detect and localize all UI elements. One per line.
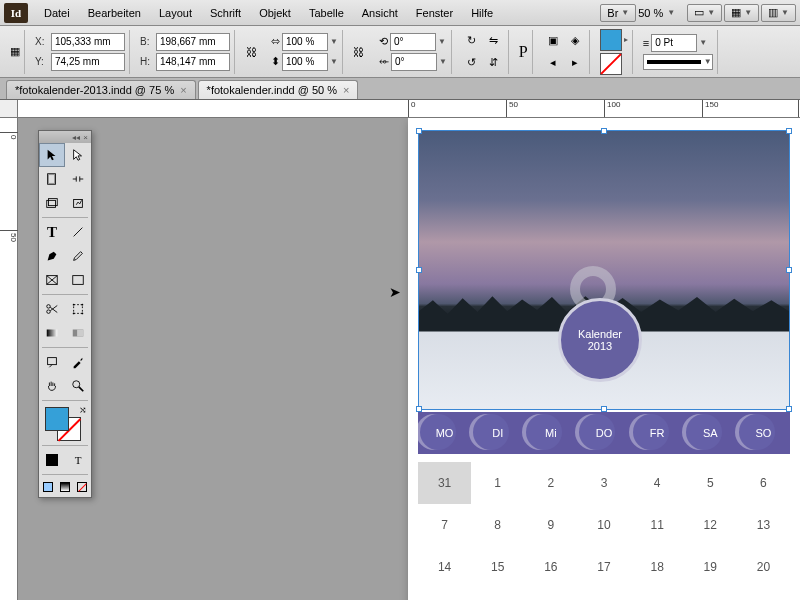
workspace-button[interactable]: ▥▼	[761, 4, 796, 22]
menu-fenster[interactable]: Fenster	[408, 4, 461, 22]
svg-line-5	[74, 228, 83, 237]
stroke-swatch[interactable]	[600, 53, 622, 75]
cal-cell: 14	[418, 546, 471, 588]
menu-bearbeiten[interactable]: Bearbeiten	[80, 4, 149, 22]
close-icon: ×	[83, 133, 88, 142]
constrain-wh-icon[interactable]: ⛓	[241, 42, 261, 62]
fill-swatch[interactable]	[600, 29, 622, 51]
eyedropper-tool[interactable]	[65, 350, 91, 374]
rectangle-frame-tool[interactable]	[39, 268, 65, 292]
rectangle-tool[interactable]	[65, 268, 91, 292]
scale-y-input[interactable]	[282, 53, 328, 71]
close-icon[interactable]: ×	[180, 84, 186, 96]
shear-input[interactable]	[391, 53, 437, 71]
ruler-vertical[interactable]: 0 50	[0, 118, 18, 600]
flip-h-icon[interactable]: ⇋	[484, 31, 504, 51]
menu-tabelle[interactable]: Tabelle	[301, 4, 352, 22]
formatting-text-icon[interactable]: T	[65, 448, 91, 472]
zoom-tool[interactable]	[65, 374, 91, 398]
cal-cell: 1	[471, 462, 524, 504]
arrange-button[interactable]: ▦▼	[724, 4, 759, 22]
svg-rect-9	[73, 276, 84, 285]
weekday-row: MO DI Mi DO FR SA SO	[418, 412, 790, 454]
page-tool[interactable]	[39, 167, 65, 191]
ruler-origin[interactable]	[0, 100, 18, 118]
hand-tool[interactable]	[39, 374, 65, 398]
cal-cell: 7	[418, 504, 471, 546]
rotate-ccw-icon[interactable]: ↺	[462, 53, 482, 73]
tab-1[interactable]: *fotokalender.indd @ 50 %×	[198, 80, 359, 99]
direct-selection-tool[interactable]	[65, 143, 91, 167]
menu-ansicht[interactable]: Ansicht	[354, 4, 406, 22]
content-placer-tool[interactable]	[65, 191, 91, 215]
gap-tool[interactable]	[65, 167, 91, 191]
flip-v-icon[interactable]: ⇵	[484, 53, 504, 73]
menu-schrift[interactable]: Schrift	[202, 4, 249, 22]
note-tool[interactable]	[39, 350, 65, 374]
apply-none-icon[interactable]	[74, 477, 91, 497]
preview-view-icon[interactable]	[56, 477, 73, 497]
svg-point-11	[47, 310, 51, 314]
gradient-feather-tool[interactable]	[65, 321, 91, 345]
pencil-tool[interactable]	[65, 244, 91, 268]
ref-point-icon[interactable]: ▦	[10, 45, 20, 58]
select-content-icon[interactable]: ◈	[565, 31, 585, 51]
constrain-scale-icon[interactable]: ⛓	[349, 42, 369, 62]
menu-objekt[interactable]: Objekt	[251, 4, 299, 22]
cal-cell: 16	[524, 546, 577, 588]
line-tool[interactable]	[65, 220, 91, 244]
swap-colors-icon[interactable]: ⤭	[79, 405, 87, 415]
shear-icon: ⬰	[379, 55, 389, 68]
cal-cell: 20	[737, 546, 790, 588]
char-panel-icon[interactable]: P	[519, 43, 528, 61]
day-so: SO	[737, 412, 790, 454]
normal-view-icon[interactable]	[39, 477, 56, 497]
scale-x-input[interactable]	[282, 33, 328, 51]
screen-mode-icon: ▭	[694, 6, 704, 19]
day-sa: SA	[684, 412, 737, 454]
content-collector-tool[interactable]	[39, 191, 65, 215]
h-input[interactable]	[156, 53, 230, 71]
pen-tool[interactable]	[39, 244, 65, 268]
tab-0[interactable]: *fotokalender-2013.indd @ 75 %×	[6, 80, 196, 99]
bridge-button[interactable]: Br▼	[600, 4, 636, 22]
stroke-style-select[interactable]: ▼	[643, 54, 713, 70]
free-transform-tool[interactable]	[65, 297, 91, 321]
menu-hilfe[interactable]: Hilfe	[463, 4, 501, 22]
fill-color[interactable]	[45, 407, 69, 431]
day-mo: MO	[418, 412, 471, 454]
close-icon[interactable]: ×	[343, 84, 349, 96]
prev-object-icon[interactable]: ◂	[543, 53, 563, 73]
stroke-weight-input[interactable]	[651, 34, 697, 52]
ruler-horizontal[interactable]: 0 50 100 150 200	[18, 100, 800, 118]
scissors-tool[interactable]	[39, 297, 65, 321]
cal-cell: 4	[631, 462, 684, 504]
x-input[interactable]	[51, 33, 125, 51]
apply-color-icon[interactable]	[39, 448, 65, 472]
gradient-swatch-tool[interactable]	[39, 321, 65, 345]
menu-datei[interactable]: Datei	[36, 4, 78, 22]
day-do: DO	[577, 412, 630, 454]
select-container-icon[interactable]: ▣	[543, 31, 563, 51]
rotate-cw-icon[interactable]: ↻	[462, 31, 482, 51]
cal-cell: 18	[631, 546, 684, 588]
menu-layout[interactable]: Layout	[151, 4, 200, 22]
menubar: Id Datei Bearbeiten Layout Schrift Objek…	[0, 0, 800, 26]
toolbox-header[interactable]: ◂◂×	[39, 131, 91, 143]
w-input[interactable]	[156, 33, 230, 51]
cal-cell: 3	[577, 462, 630, 504]
canvas[interactable]: Kalender 2013 MO DI Mi DO FR SA SO 31 1 …	[18, 118, 800, 600]
next-object-icon[interactable]: ▸	[565, 53, 585, 73]
type-tool[interactable]: T	[39, 220, 65, 244]
w-label: B:	[140, 36, 154, 47]
svg-point-10	[47, 305, 51, 309]
svg-rect-19	[77, 330, 83, 337]
y-label: Y:	[35, 56, 49, 67]
screen-mode-button[interactable]: ▭▼	[687, 4, 722, 22]
rotate-input[interactable]	[390, 33, 436, 51]
selection-tool[interactable]	[39, 143, 65, 167]
app-logo: Id	[4, 3, 28, 23]
y-input[interactable]	[51, 53, 125, 71]
zoom-select[interactable]: 50 %▼	[638, 7, 675, 19]
document-tabs: *fotokalender-2013.indd @ 75 %× *fotokal…	[0, 78, 800, 100]
